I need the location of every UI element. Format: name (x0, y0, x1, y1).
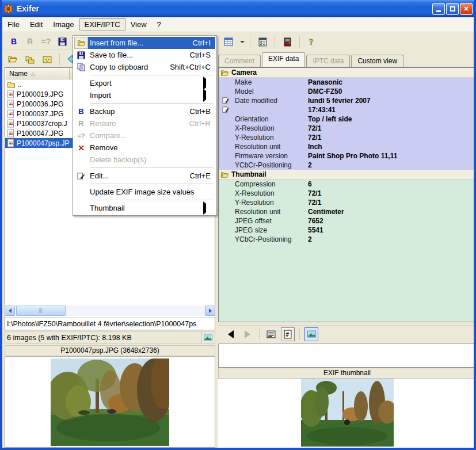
exif-label: Resolution unit (235, 143, 308, 151)
list-item-selected[interactable]: P1000047psp.JP (5, 138, 79, 148)
hash-document-icon (283, 330, 292, 339)
backup-button[interactable]: B (7, 35, 21, 48)
title-bar[interactable]: Exifer ✕ (0, 0, 476, 17)
exif-row: Resolution unitCentimeter (219, 207, 475, 216)
image-file-icon (7, 129, 14, 138)
menu-item-edit[interactable]: Edit...Ctrl+E (74, 170, 215, 182)
exif-value: Top / left side (308, 115, 352, 123)
exif-label: Compression (235, 180, 308, 188)
scrollbar-track[interactable] (66, 306, 205, 316)
exif-label: X-Resolution (235, 189, 308, 197)
maximize-button[interactable] (446, 3, 459, 15)
folder-tree-button[interactable] (23, 52, 37, 66)
open-folder-button[interactable] (6, 52, 20, 66)
menu-item-compare[interactable]: =? Compare... (74, 129, 215, 142)
menu-shortcut: Ctrl+B (190, 107, 215, 116)
file-name: P1000037.JPG (17, 110, 63, 118)
thumbnail-section-header[interactable]: Thumbnail (219, 170, 475, 180)
save-to-file-button[interactable] (55, 35, 69, 48)
menu-edit[interactable]: Edit (25, 18, 48, 30)
floppy-icon (58, 37, 67, 46)
help-icon (307, 37, 317, 47)
menu-item-insert-from-file[interactable]: Insert from file...Ctrl+I (74, 37, 215, 49)
menu-item-export[interactable]: Export (74, 77, 215, 89)
image-view-button[interactable] (304, 327, 318, 341)
exif-thumbnail-title-text: EXIF thumbnail (323, 369, 371, 377)
exif-label: Make (235, 78, 308, 86)
menu-item-label: Insert from file... (90, 39, 143, 47)
view-grid-button[interactable] (222, 35, 235, 49)
exif-row: JPEG size5541 (219, 226, 475, 235)
column-header-name[interactable]: Name △ (5, 68, 70, 79)
horizontal-scrollbar[interactable] (5, 306, 215, 316)
status-bar: 6 images (5 with EXIF/IPTC): 8.198 KB (5, 331, 215, 344)
menu-item-delete-backups[interactable]: Delete backup(s) (74, 154, 215, 166)
comment-box[interactable] (218, 344, 476, 368)
scrollbar-thumb[interactable] (16, 306, 66, 316)
image-file-icon (7, 90, 14, 98)
exif-row: Compression6 (219, 180, 475, 189)
compare-button[interactable]: =? (39, 35, 53, 48)
exit-button[interactable] (280, 35, 294, 49)
exif-row: MakePanasonic (219, 78, 475, 87)
section-title: Thumbnail (231, 170, 266, 178)
exif-thumbnail-title-bar: EXIF thumbnail (218, 368, 476, 379)
text-view-button[interactable] (264, 327, 278, 341)
preview-toggle-button[interactable] (201, 332, 215, 343)
submenu-arrow-icon (203, 77, 206, 90)
menu-item-label: Copy to clipboard (90, 63, 148, 71)
text-lines-icon (266, 330, 276, 339)
tab-comment[interactable]: Comment (218, 55, 261, 67)
scroll-right-button[interactable] (205, 306, 215, 316)
menu-item-remove[interactable]: ✕ Remove (74, 142, 215, 154)
menu-exif-iptc[interactable]: EXIF/IPTC (79, 18, 125, 30)
menu-shortcut: Ctrl+I (193, 39, 215, 47)
exif-row: Resolution unitInch (219, 142, 475, 151)
remove-x-icon: ✕ (78, 143, 85, 152)
minimize-button[interactable] (432, 3, 445, 15)
tab-custom-view[interactable]: Custom view (351, 55, 403, 67)
floppy-icon (74, 51, 88, 59)
close-button[interactable]: ✕ (460, 3, 473, 15)
restore-button[interactable]: R (23, 35, 37, 48)
menu-item-restore[interactable]: R RestoreCtrl+R (74, 117, 215, 129)
view-grid-dropdown-arrow[interactable] (240, 41, 245, 43)
menu-item-save-to-file[interactable]: Save to file...Ctrl+S (74, 49, 215, 61)
menu-item-label: Backup (90, 107, 115, 116)
edit-icon[interactable] (222, 97, 230, 106)
next-image-button[interactable] (241, 327, 254, 341)
tab-iptc-data[interactable]: IPTC data (306, 55, 350, 67)
scroll-left-button[interactable] (5, 306, 15, 316)
exif-value: 72/1 (308, 189, 321, 197)
menu-item-backup[interactable]: B BackupCtrl+B (74, 105, 215, 117)
preview-photo (51, 359, 169, 446)
data-view-button[interactable] (281, 327, 295, 341)
exif-value: 72/1 (308, 199, 321, 207)
menu-file[interactable]: File (2, 18, 25, 30)
exif-value: 72/1 (308, 134, 321, 142)
menu-item-copy-to-clipboard[interactable]: Copy to clipboardShift+Ctrl+C (74, 61, 215, 73)
camera-section-header[interactable]: Camera (219, 68, 475, 78)
menu-image[interactable]: Image (48, 18, 79, 30)
folder-up-button[interactable] (40, 52, 54, 66)
folder-open-icon (220, 69, 229, 77)
toolbar-view (218, 33, 476, 50)
menu-view[interactable]: View (125, 18, 152, 30)
options-button[interactable] (256, 35, 269, 49)
menu-item-import[interactable]: Import (74, 89, 215, 101)
exif-iptc-dropdown-menu: Insert from file...Ctrl+I Save to file..… (73, 35, 217, 216)
menu-help[interactable]: ? (152, 18, 166, 30)
exif-row: OrientationTop / left side (219, 115, 475, 124)
file-name: P1000047psp.JP (17, 139, 69, 147)
exif-label: X-Resolution (235, 124, 308, 132)
previous-image-button[interactable] (224, 327, 238, 341)
exif-label: YCbCr-Positioning (235, 161, 308, 169)
tab-exif-data[interactable]: EXIF data (262, 52, 305, 67)
menu-separator (90, 200, 213, 200)
help-button[interactable] (305, 35, 319, 49)
menu-item-thumbnail[interactable]: Thumbnail (74, 202, 215, 214)
folder-open-icon (220, 171, 229, 178)
exif-row: X-Resolution72/1 (219, 189, 475, 198)
menu-item-update-exif-size[interactable]: Update EXIF image size values (74, 186, 215, 198)
edit-icon[interactable] (222, 106, 230, 115)
